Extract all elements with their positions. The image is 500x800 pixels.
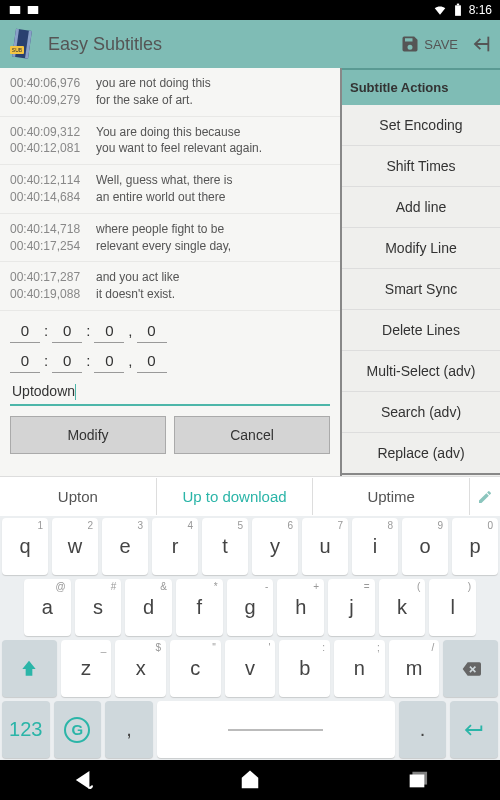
svg-rect-0 bbox=[10, 6, 21, 14]
app-bar: SUB Easy Subtitles SAVE bbox=[0, 20, 500, 68]
time-hours[interactable]: 0 bbox=[10, 349, 40, 373]
subtitle-row[interactable]: 00:40:17,28700:40:19,088and you act like… bbox=[0, 262, 340, 311]
key-y[interactable]: y6 bbox=[252, 518, 298, 575]
subtitle-text-input[interactable]: Uptodown bbox=[10, 379, 330, 406]
key-u[interactable]: u7 bbox=[302, 518, 348, 575]
battery-icon bbox=[451, 3, 465, 17]
action-smart-sync[interactable]: Smart Sync bbox=[342, 269, 500, 310]
svg-rect-11 bbox=[413, 773, 426, 784]
key-m[interactable]: m/ bbox=[389, 640, 440, 697]
left-panel: 00:40:06,97600:40:09,279you are not doin… bbox=[0, 68, 340, 476]
time-hours[interactable]: 0 bbox=[10, 319, 40, 343]
key-comma[interactable]: , bbox=[105, 701, 153, 758]
navigation-bar bbox=[0, 760, 500, 800]
nav-back-icon[interactable] bbox=[72, 769, 94, 791]
key-numbers[interactable]: 123 bbox=[2, 701, 50, 758]
key-b[interactable]: b: bbox=[279, 640, 330, 697]
app-title: Easy Subtitles bbox=[48, 34, 400, 55]
cancel-button[interactable]: Cancel bbox=[174, 416, 330, 454]
action-shift-times[interactable]: Shift Times bbox=[342, 146, 500, 187]
time-minutes[interactable]: 0 bbox=[52, 349, 82, 373]
key-z[interactable]: z_ bbox=[61, 640, 112, 697]
key-shift[interactable] bbox=[2, 640, 57, 697]
key-c[interactable]: c" bbox=[170, 640, 221, 697]
svg-text:SUB: SUB bbox=[12, 47, 23, 53]
svg-rect-1 bbox=[28, 6, 39, 14]
key-x[interactable]: x$ bbox=[115, 640, 166, 697]
time-millis[interactable]: 0 bbox=[137, 349, 167, 373]
key-r[interactable]: r4 bbox=[152, 518, 198, 575]
time-seconds[interactable]: 0 bbox=[94, 349, 124, 373]
action-delete-lines[interactable]: Delete Lines bbox=[342, 310, 500, 351]
nav-home-icon[interactable] bbox=[239, 769, 261, 791]
suggestion[interactable]: Up to download bbox=[157, 478, 314, 515]
soft-keyboard: q1w2e3r4t5y6u7i8o9p0 a@s#d&f*g-h+j=k(l) … bbox=[0, 516, 500, 760]
editor-pane: 0: 0: 0, 0 0: 0: 0, 0 Uptodown Modify Ca… bbox=[0, 311, 340, 462]
time-minutes[interactable]: 0 bbox=[52, 319, 82, 343]
key-g[interactable]: g- bbox=[227, 579, 274, 636]
action-search[interactable]: Search (adv) bbox=[342, 392, 500, 433]
key-f[interactable]: f* bbox=[176, 579, 223, 636]
actions-panel: Subtitle Actions Set Encoding Shift Time… bbox=[340, 68, 500, 476]
subtitle-row[interactable]: 00:40:06,97600:40:09,279you are not doin… bbox=[0, 68, 340, 117]
clock: 8:16 bbox=[469, 3, 492, 17]
status-bar: 8:16 bbox=[0, 0, 500, 20]
key-w[interactable]: w2 bbox=[52, 518, 98, 575]
key-q[interactable]: q1 bbox=[2, 518, 48, 575]
key-j[interactable]: j= bbox=[328, 579, 375, 636]
svg-rect-9 bbox=[487, 37, 489, 52]
svg-rect-3 bbox=[456, 4, 458, 6]
keyboard-suggestions: Upton Up to download Uptime bbox=[0, 476, 500, 516]
key-n[interactable]: n; bbox=[334, 640, 385, 697]
key-i[interactable]: i8 bbox=[352, 518, 398, 575]
time-seconds[interactable]: 0 bbox=[94, 319, 124, 343]
key-backspace[interactable] bbox=[443, 640, 498, 697]
collapse-icon[interactable] bbox=[470, 33, 492, 55]
key-google[interactable]: G bbox=[54, 701, 102, 758]
key-d[interactable]: d& bbox=[125, 579, 172, 636]
app-icon: SUB bbox=[8, 28, 40, 60]
notification-icon bbox=[8, 3, 22, 17]
save-label: SAVE bbox=[424, 37, 458, 52]
nav-recent-icon[interactable] bbox=[406, 769, 428, 791]
suggestion[interactable]: Uptime bbox=[313, 478, 470, 515]
key-p[interactable]: p0 bbox=[452, 518, 498, 575]
action-multi-select[interactable]: Multi-Select (adv) bbox=[342, 351, 500, 392]
key-l[interactable]: l) bbox=[429, 579, 476, 636]
end-time-row: 0: 0: 0, 0 bbox=[10, 349, 330, 373]
subtitle-list[interactable]: 00:40:06,97600:40:09,279you are not doin… bbox=[0, 68, 340, 311]
key-k[interactable]: k( bbox=[379, 579, 426, 636]
key-enter[interactable] bbox=[450, 701, 498, 758]
action-modify-line[interactable]: Modify Line bbox=[342, 228, 500, 269]
action-add-line[interactable]: Add line bbox=[342, 187, 500, 228]
wifi-icon bbox=[433, 3, 447, 17]
key-s[interactable]: s# bbox=[75, 579, 122, 636]
subtitle-row[interactable]: 00:40:14,71800:40:17,254where people fig… bbox=[0, 214, 340, 263]
svg-rect-2 bbox=[455, 5, 461, 16]
notification-icon bbox=[26, 3, 40, 17]
subtitle-row[interactable]: 00:40:12,11400:40:14,684Well, guess what… bbox=[0, 165, 340, 214]
actions-header: Subtitle Actions bbox=[342, 68, 500, 105]
action-set-encoding[interactable]: Set Encoding bbox=[342, 105, 500, 146]
key-e[interactable]: e3 bbox=[102, 518, 148, 575]
start-time-row: 0: 0: 0, 0 bbox=[10, 319, 330, 343]
subtitle-row[interactable]: 00:40:09,31200:40:12,081You are doing th… bbox=[0, 117, 340, 166]
key-space[interactable] bbox=[157, 701, 395, 758]
time-millis[interactable]: 0 bbox=[137, 319, 167, 343]
modify-button[interactable]: Modify bbox=[10, 416, 166, 454]
key-a[interactable]: a@ bbox=[24, 579, 71, 636]
save-icon bbox=[400, 34, 420, 54]
action-replace[interactable]: Replace (adv) bbox=[342, 433, 500, 475]
handwriting-icon[interactable] bbox=[470, 489, 500, 505]
key-v[interactable]: v' bbox=[225, 640, 276, 697]
key-h[interactable]: h+ bbox=[277, 579, 324, 636]
key-t[interactable]: t5 bbox=[202, 518, 248, 575]
suggestion[interactable]: Upton bbox=[0, 478, 157, 515]
key-period[interactable]: . bbox=[399, 701, 447, 758]
save-button[interactable]: SAVE bbox=[400, 34, 458, 54]
key-o[interactable]: o9 bbox=[402, 518, 448, 575]
